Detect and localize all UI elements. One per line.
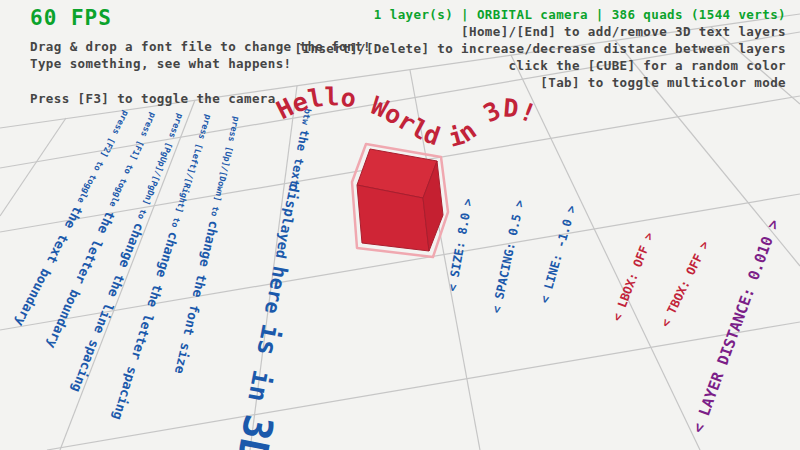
flat-text-segment: here [260, 264, 293, 316]
hint-layers: [Home]/[End] to add/remove 3D text layer… [295, 23, 786, 40]
readout--line-: < LINE: -1.0 > [537, 204, 578, 305]
ground-instruction: press [Up]/[Down] to [209, 116, 242, 218]
status-bar: 1 layer(s) | ORBITAL camera | 386 quads … [295, 6, 786, 23]
hint-cube-color: click the [CUBE] for a random color [295, 57, 786, 74]
readout--spacing-: < SPACING: 0.5 > [489, 199, 527, 315]
readout--tbox-off-: < TBOX: OFF > [658, 239, 712, 330]
hint-camera-toggle: Press [F3] to toggle the camera [30, 90, 371, 107]
grid-line [0, 118, 66, 216]
app-window: btwthe textdisplayedhereis in3Dpress [F2… [0, 0, 800, 450]
cube[interactable] [357, 149, 443, 251]
flat-text-segment: displayed [273, 182, 303, 260]
readout--size-: < SIZE: 8.0 > [445, 198, 475, 293]
grid-line [511, 55, 700, 450]
hint-layer-distance: [Insert]/[Delete] to increase/decrease d… [295, 40, 786, 57]
hint-multicolor: [Tab] to toggle multicolor mode [295, 74, 786, 91]
hud-right: 1 layer(s) | ORBITAL camera | 386 quads … [295, 6, 786, 91]
flat-text-segment: 3D [228, 411, 282, 450]
grid-line [47, 322, 800, 450]
flat-text-segment: is in [242, 322, 286, 405]
